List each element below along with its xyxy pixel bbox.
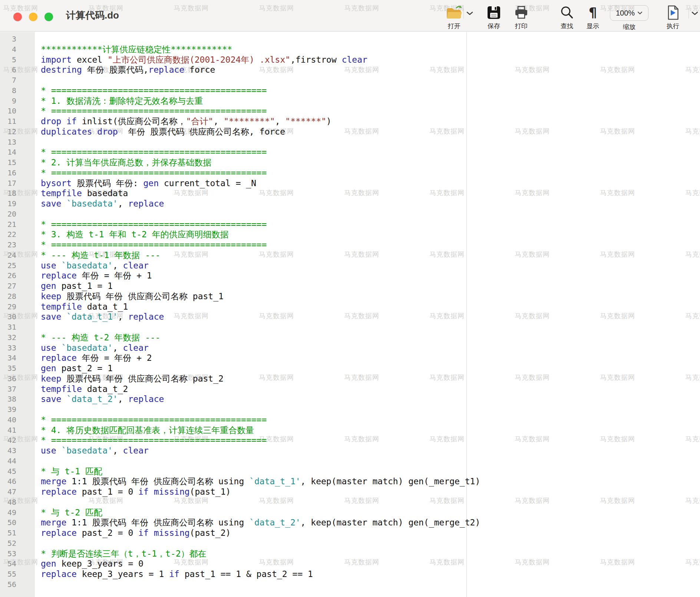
code-line[interactable] [41, 75, 700, 86]
line-number: 50 [0, 518, 16, 528]
code-line[interactable]: destring 年份 股票代码,replace force [41, 65, 700, 75]
editor: 3456789101112131415161718192021222324252… [0, 32, 700, 597]
code-line[interactable]: keep 股票代码 年份 供应商公司名称 past_2 [41, 374, 700, 384]
toolbar-separator [463, 8, 464, 19]
line-number: 51 [0, 528, 16, 538]
window-title: 计算代码.do [66, 9, 119, 22]
code-token: * ======================================… [41, 415, 267, 425]
code-line[interactable] [41, 580, 700, 590]
code-line[interactable]: * ======================================… [41, 106, 700, 116]
code-line[interactable] [41, 456, 700, 466]
code-line[interactable]: duplicates drop 年份 股票代码 供应商公司名称, force [41, 127, 700, 137]
code-line[interactable]: replace 年份 = 年份 + 2 [41, 353, 700, 363]
code-line[interactable]: use `basedata', clear [41, 446, 700, 456]
close-button[interactable] [13, 13, 22, 21]
line-number: 49 [0, 508, 16, 518]
code-line[interactable]: * ======================================… [41, 240, 700, 250]
zoom-control[interactable]: 100% [610, 5, 648, 21]
code-token: , [113, 261, 123, 270]
pilcrow-icon: ¶ [589, 4, 597, 21]
zoom-chevron-icon [637, 11, 643, 15]
line-number: 55 [0, 569, 16, 580]
code-line[interactable]: gen past_2 = 1 [41, 363, 700, 374]
code-line[interactable] [41, 538, 700, 549]
code-line[interactable]: * 判断是否连续三年（t，t-1，t-2）都在 [41, 549, 700, 559]
code-line[interactable]: save `data_t_1', replace [41, 312, 700, 322]
code-token: save [41, 312, 61, 321]
line-number: 56 [0, 580, 16, 590]
code-token: * --- 构造 t-1 年数据 --- [41, 250, 161, 260]
code-token: replace [148, 65, 184, 75]
minimize-button[interactable] [29, 13, 37, 21]
code-line[interactable] [41, 209, 700, 220]
code-line[interactable]: bysort 股票代码 年份: gen current_total = _N [41, 178, 700, 189]
code-line[interactable]: gen past_1 = 1 [41, 281, 700, 291]
code-token: if [138, 487, 149, 497]
code-line[interactable]: * ======================================… [41, 435, 700, 446]
code-line[interactable]: merge 1:1 股票代码 年份 供应商公司名称 using `data_t_… [41, 476, 700, 487]
code-line[interactable]: tempfile data_t_2 [41, 384, 700, 395]
code-token: 1:1 股票代码 年份 供应商公司名称 using [66, 476, 249, 486]
code-line[interactable]: drop if inlist(供应商公司名称，"合计", "********",… [41, 116, 700, 127]
code-token: * ======================================… [41, 106, 267, 116]
code-line[interactable]: replace past_2 = 0 if missing(past_2) [41, 528, 700, 538]
open-dropdown-chevron[interactable] [465, 10, 474, 16]
line-number: 19 [0, 199, 16, 209]
code-line[interactable]: save `data_t_2', replace [41, 394, 700, 405]
code-line[interactable] [41, 405, 700, 415]
code-token: * --- 构造 t-2 年数据 --- [41, 333, 161, 342]
code-line[interactable]: use `basedata', clear [41, 343, 700, 353]
code-token [61, 199, 66, 208]
code-line[interactable]: tempfile data_t_1 [41, 302, 700, 312]
code-line[interactable]: * --- 构造 t-1 年数据 --- [41, 250, 700, 261]
code-line[interactable]: * ======================================… [41, 168, 700, 178]
code-line[interactable]: * --- 构造 t-2 年数据 --- [41, 333, 700, 343]
code-line[interactable] [41, 34, 700, 44]
code-line[interactable]: replace past_1 = 0 if missing(past_1) [41, 487, 700, 497]
code-token: `basedata' [66, 199, 118, 208]
code-line[interactable]: * 与 t-1 匹配 [41, 466, 700, 477]
code-line[interactable]: merge 1:1 股票代码 年份 供应商公司名称 using `data_t_… [41, 518, 700, 528]
code-line[interactable]: * ======================================… [41, 147, 700, 158]
line-number: 39 [0, 405, 16, 415]
run-button[interactable]: 执行 [657, 4, 689, 30]
code-line[interactable]: * ======================================… [41, 415, 700, 425]
code-line[interactable] [41, 137, 700, 148]
code-line[interactable]: * ======================================… [41, 220, 700, 230]
code-line[interactable]: * 2. 计算当年供应商总数，并保存基础数据 [41, 158, 700, 168]
code-token: * 判断是否连续三年（t，t-1，t-2）都在 [41, 549, 207, 558]
code-line[interactable]: replace 年份 = 年份 + 1 [41, 271, 700, 281]
code-line[interactable]: replace keep_3_years = 1 if past_1 == 1 … [41, 569, 700, 580]
line-number: 18 [0, 188, 16, 199]
code-line[interactable]: * 1. 数据清洗：删除特定无效名称与去重 [41, 96, 700, 106]
line-number: 10 [0, 106, 16, 116]
show-button[interactable]: ¶ 显示 [577, 4, 609, 30]
code-token [61, 312, 66, 321]
code-line[interactable] [41, 497, 700, 508]
code-line[interactable]: tempfile basedata [41, 188, 700, 199]
print-button[interactable]: 打印 [505, 4, 538, 30]
line-number: 11 [0, 116, 16, 127]
code-line[interactable]: * ======================================… [41, 86, 700, 96]
code-line[interactable] [41, 322, 700, 333]
code-token: tempfile [41, 188, 82, 198]
code-line[interactable]: ************计算供应链稳定性************ [41, 44, 700, 55]
code-line[interactable]: use `basedata', clear [41, 261, 700, 271]
code-line[interactable]: * 3. 构造 t-1 年和 t-2 年的供应商明细数据 [41, 230, 700, 240]
code-area[interactable]: ************计算供应链稳定性************import e… [35, 34, 700, 590]
code-line[interactable]: save `basedata', replace [41, 199, 700, 209]
code-token: gen [41, 559, 56, 568]
code-token: 年份 = 年份 + 2 [77, 353, 152, 363]
fullscreen-button[interactable] [44, 13, 53, 21]
code-line[interactable]: keep 股票代码 年份 供应商公司名称 past_1 [41, 291, 700, 302]
line-number: 5 [0, 55, 16, 65]
code-line[interactable]: * 4. 将历史数据匹配回基准表，计算连续三年重合数量 [41, 425, 700, 436]
code-line[interactable]: import excel "上市公司供应商数据(2001-2024年) .xls… [41, 55, 700, 65]
run-dropdown-chevron[interactable] [690, 10, 699, 16]
line-number: 27 [0, 281, 16, 291]
code-token [56, 343, 62, 353]
open-button[interactable]: 打开 [438, 4, 470, 30]
code-line[interactable]: * 与 t-2 匹配 [41, 508, 700, 518]
code-line[interactable]: gen keep_3_years = 0 [41, 559, 700, 569]
code-token: merge [41, 518, 66, 527]
